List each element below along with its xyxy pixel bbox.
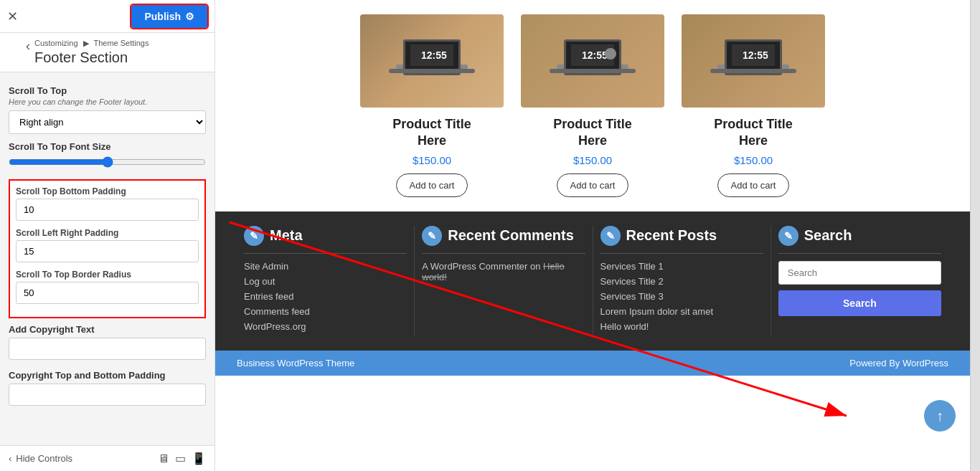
product-image-2: 12:55 [521, 14, 664, 108]
product-card-2: 12:55 Product TitleHere $150.00 Add to c… [521, 14, 664, 197]
bottom-padding-group: Scroll Top Bottom Padding [16, 186, 199, 221]
chevron-left-icon: ‹ [9, 453, 11, 464]
product-price-1: $150.00 [413, 154, 451, 166]
recent-post-link-3[interactable]: Services Title 3 [600, 291, 763, 302]
align-dropdown[interactable]: Right align Left align Center align [9, 110, 206, 134]
breadcrumb-theme-settings: Theme Settings [93, 39, 149, 47]
svg-rect-11 [550, 69, 636, 73]
recent-comments-title-text: Recent Comments [448, 227, 574, 244]
footer-recent-comments-title: ✎ Recent Comments [422, 226, 585, 246]
search-input-footer[interactable] [778, 261, 941, 285]
bottom-padding-label: Scroll Top Bottom Padding [16, 186, 199, 196]
tablet-icon[interactable]: ▭ [175, 452, 186, 465]
left-right-padding-label: Scroll Left Right Padding [16, 228, 199, 238]
scroll-to-top-button[interactable]: ↑ [924, 400, 956, 432]
svg-rect-5 [389, 69, 475, 73]
top-bar: ✕ Publish ⚙ [0, 0, 215, 33]
footer-meta-title: ✎ Meta [244, 226, 407, 246]
breadcrumb-customizing: Customizing [34, 39, 78, 47]
product-image-3: 12:55 [682, 14, 825, 108]
search-footer-icon: ✎ [778, 226, 798, 246]
footer-bottom-right: Powered By WordPress [849, 358, 948, 368]
highlight-box: Scroll Top Bottom Padding Scroll Left Ri… [9, 179, 206, 318]
meta-divider [244, 253, 407, 254]
publish-button[interactable]: Publish ⚙ [131, 5, 207, 28]
close-icon: ✕ [7, 9, 18, 24]
recent-posts-icon: ✎ [600, 226, 621, 246]
add-to-cart-button-2[interactable]: Add to cart [557, 173, 629, 197]
copyright-text-input[interactable] [9, 338, 206, 360]
recent-posts-divider [600, 253, 763, 254]
footer-col-recent-posts: ✎ Recent Posts Services Title 1 Services… [593, 226, 771, 336]
customizer-panel: ✕ Publish ⚙ ‹ Customizing ▶ Theme Settin… [0, 0, 215, 471]
right-scrollbar[interactable] [970, 0, 980, 471]
svg-text:12:55: 12:55 [421, 49, 447, 61]
meta-title-text: Meta [270, 227, 303, 244]
search-button-footer[interactable]: Search [778, 290, 941, 316]
svg-text:12:55: 12:55 [743, 49, 768, 61]
recent-post-link-1[interactable]: Services Title 1 [600, 261, 763, 272]
product-title-2: Product TitleHere [553, 116, 632, 150]
footer-col-recent-comments: ✎ Recent Comments A WordPress Commenter … [415, 226, 593, 336]
recent-comments-divider [422, 253, 585, 254]
product-title-3: Product TitleHere [714, 116, 793, 150]
search-button-label: Search [843, 298, 877, 309]
bottom-bar: ‹ Hide Controls 🖥 ▭ 📱 [0, 445, 215, 471]
slider-container [9, 156, 206, 171]
mobile-icon[interactable]: 📱 [192, 452, 206, 465]
border-radius-input[interactable] [16, 282, 199, 304]
device-icons: 🖥 ▭ 📱 [158, 452, 206, 465]
recent-comments-icon: ✎ [422, 226, 442, 246]
svg-text:12:55: 12:55 [582, 49, 608, 61]
desktop-icon[interactable]: 🖥 [158, 452, 169, 465]
footer-col-meta: ✎ Meta Site Admin Log out Entries feed C… [237, 226, 415, 336]
product-title-1: Product TitleHere [392, 116, 471, 150]
font-size-slider[interactable] [9, 156, 206, 168]
footer-col-search: ✎ Search Search [771, 226, 948, 336]
close-button[interactable]: ✕ [7, 9, 18, 24]
border-radius-group: Scroll To Top Border Radius [16, 270, 199, 304]
panel-content: Scroll To Top Here you can change the Fo… [0, 72, 215, 445]
footer-section: ✎ Meta Site Admin Log out Entries feed C… [215, 211, 970, 351]
recent-post-link-4[interactable]: Lorem Ipsum dolor sit amet [600, 306, 763, 317]
meta-link-comments[interactable]: Comments feed [244, 306, 407, 317]
back-button[interactable]: ‹ [26, 39, 30, 54]
recent-post-link-5[interactable]: Hello world! [600, 321, 763, 332]
copyright-text-label: Add Copyright Text [9, 324, 206, 335]
left-right-padding-group: Scroll Left Right Padding [16, 228, 199, 262]
font-size-label: Scroll To Top Font Size [9, 141, 206, 152]
search-divider [778, 253, 941, 254]
breadcrumb: Customizing ▶ Theme Settings [34, 39, 149, 48]
recent-comment-link-1[interactable]: A WordPress Commenter on Hello world! [422, 261, 585, 282]
meta-link-site-admin[interactable]: Site Admin [244, 261, 407, 272]
preview-panel: 12:55 Product TitleHere $150.00 Add to c… [215, 0, 970, 471]
product-image-svg-3: 12:55 [710, 29, 796, 93]
product-image-svg-2: 12:55 [550, 29, 636, 93]
add-to-cart-button-3[interactable]: Add to cart [717, 173, 790, 197]
breadcrumb-arrow: ▶ [83, 39, 89, 47]
product-card-1: 12:55 Product TitleHere $150.00 Add to c… [360, 14, 504, 197]
footer-recent-posts-title: ✎ Recent Posts [600, 226, 763, 246]
svg-rect-18 [710, 69, 796, 73]
publish-label: Publish [144, 11, 181, 22]
product-image-1: 12:55 [360, 14, 504, 108]
copyright-padding-input[interactable] [9, 384, 206, 406]
product-image-svg-1: 12:55 [389, 29, 475, 93]
meta-link-entries[interactable]: Entries feed [244, 291, 407, 302]
add-to-cart-button-1[interactable]: Add to cart [396, 173, 468, 197]
product-card-3: 12:55 Product TitleHere $150.00 Add to c… [682, 14, 825, 197]
recent-post-link-2[interactable]: Services Title 2 [600, 276, 763, 287]
hide-controls-button[interactable]: ‹ Hide Controls [9, 453, 72, 464]
meta-link-wordpress[interactable]: WordPress.org [244, 321, 407, 332]
border-radius-label: Scroll To Top Border Radius [16, 270, 199, 280]
meta-link-logout[interactable]: Log out [244, 276, 407, 287]
meta-icon: ✎ [244, 226, 264, 246]
scroll-desc: Here you can change the Footer layout. [9, 97, 206, 106]
gear-icon: ⚙ [185, 11, 194, 22]
left-right-padding-input[interactable] [16, 240, 199, 262]
recent-posts-title-text: Recent Posts [626, 227, 717, 244]
search-title-text: Search [804, 227, 852, 244]
footer-search-title: ✎ Search [778, 226, 941, 246]
product-price-3: $150.00 [734, 154, 773, 166]
bottom-padding-input[interactable] [16, 199, 199, 221]
